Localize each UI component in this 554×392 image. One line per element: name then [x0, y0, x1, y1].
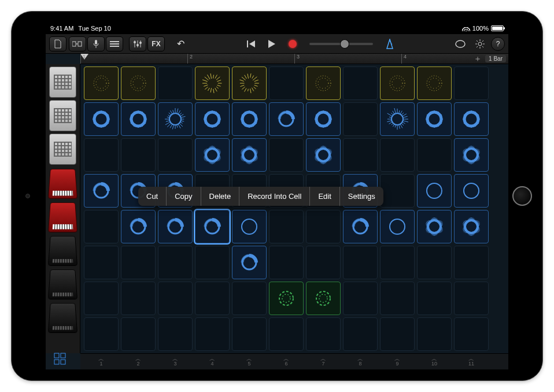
loop-cell-r1-c6[interactable]: [306, 102, 341, 136]
settings-button[interactable]: [471, 36, 489, 51]
loop-cell-r6-c5[interactable]: [269, 282, 304, 315]
column-trigger-2[interactable]: ︿2: [121, 354, 156, 369]
ctx-edit[interactable]: Edit: [310, 187, 339, 206]
loop-cell-r5-c8[interactable]: [380, 246, 415, 279]
master-volume-slider[interactable]: [309, 43, 373, 45]
loop-cell-r0-c4[interactable]: [232, 66, 267, 100]
track-header-drum-machine-1[interactable]: [49, 66, 76, 98]
loop-cell-r1-c0[interactable]: [84, 102, 119, 136]
ctx-record-into-cell[interactable]: Record Into Cell: [239, 187, 310, 206]
loop-cell-r5-c3[interactable]: [195, 246, 230, 279]
loop-cell-r4-c4[interactable]: [232, 210, 267, 243]
home-button[interactable]: [512, 186, 532, 206]
loop-cell-r5-c2[interactable]: [158, 246, 193, 279]
mixer-button[interactable]: [129, 36, 146, 51]
loop-cell-r6-c3[interactable]: [195, 282, 230, 315]
loop-cell-r0-c3[interactable]: [195, 66, 230, 100]
loop-cell-r5-c4[interactable]: [232, 246, 267, 279]
browser-button[interactable]: [69, 36, 86, 51]
loop-cell-r7-c4[interactable]: [232, 317, 267, 351]
track-header-keys-red-1[interactable]: [48, 169, 77, 199]
loop-cell-r6-c2[interactable]: [158, 282, 193, 315]
loop-browser-button[interactable]: [452, 36, 469, 51]
fx-button[interactable]: FX: [147, 36, 165, 51]
loop-cell-r2-c10[interactable]: [454, 138, 489, 172]
loop-cell-r5-c5[interactable]: [269, 246, 304, 279]
loop-cell-r6-c0[interactable]: [84, 282, 119, 315]
loop-cell-r1-c3[interactable]: [195, 102, 230, 136]
loop-cell-r2-c2[interactable]: [158, 138, 193, 172]
loop-cell-r7-c1[interactable]: [121, 317, 156, 351]
loop-cell-r0-c6[interactable]: [306, 66, 341, 100]
loop-cell-r4-c8[interactable]: [380, 210, 415, 243]
column-trigger-5[interactable]: ︿5: [232, 354, 267, 369]
help-button[interactable]: ?: [491, 37, 505, 51]
tracks-button[interactable]: [106, 36, 123, 51]
column-trigger-4[interactable]: ︿4: [195, 354, 230, 369]
column-trigger-10[interactable]: ︿10: [417, 354, 452, 369]
loop-cell-r2-c8[interactable]: [380, 138, 415, 172]
loop-cell-r4-c10[interactable]: [454, 210, 489, 243]
track-header-keys-dark-3[interactable]: [48, 303, 77, 333]
column-trigger-9[interactable]: ︿9: [380, 354, 415, 369]
loop-cell-r2-c1[interactable]: [121, 138, 156, 172]
loop-cell-r0-c8[interactable]: [380, 66, 415, 100]
loop-cell-r2-c6[interactable]: [306, 138, 341, 172]
loop-cell-r4-c1[interactable]: [121, 210, 156, 243]
ctx-cut[interactable]: Cut: [138, 187, 167, 206]
loop-cell-r4-c9[interactable]: [417, 210, 452, 243]
loop-cell-r5-c10[interactable]: [454, 246, 489, 279]
loop-cell-r0-c5[interactable]: [269, 66, 304, 100]
track-header-keys-dark-2[interactable]: [48, 269, 77, 299]
loop-cell-r7-c2[interactable]: [158, 317, 193, 351]
loop-cell-r4-c0[interactable]: [84, 210, 119, 243]
loop-cell-r4-c2[interactable]: [158, 210, 193, 243]
loop-cell-r3-c0[interactable]: [84, 174, 119, 208]
loop-cell-r1-c7[interactable]: [343, 102, 378, 136]
mic-button[interactable]: [87, 36, 105, 51]
loop-cell-r7-c8[interactable]: [380, 317, 415, 351]
ruler[interactable]: ＋ 1 Bar 1234: [80, 54, 508, 64]
loop-cell-r2-c4[interactable]: [232, 138, 267, 172]
loop-cell-r0-c1[interactable]: [121, 66, 156, 100]
loop-cell-r5-c7[interactable]: [343, 246, 378, 279]
play-button[interactable]: [263, 36, 280, 51]
loop-cell-r0-c9[interactable]: [417, 66, 452, 100]
loop-cell-r7-c7[interactable]: [343, 317, 378, 351]
metronome-button[interactable]: [381, 36, 398, 51]
loop-cell-r3-c9[interactable]: [417, 174, 452, 208]
column-trigger-7[interactable]: ︿7: [306, 354, 341, 369]
ctx-settings[interactable]: Settings: [340, 187, 383, 206]
loop-cell-r2-c9[interactable]: [417, 138, 452, 172]
loop-cell-r0-c0[interactable]: [84, 66, 119, 100]
loop-cell-r3-c10[interactable]: [454, 174, 489, 208]
loop-cell-r6-c4[interactable]: [232, 282, 267, 315]
loop-cell-r2-c7[interactable]: [343, 138, 378, 172]
loop-cell-r6-c6[interactable]: [306, 282, 341, 315]
loop-cell-r1-c2[interactable]: [158, 102, 193, 136]
loop-cell-r0-c2[interactable]: [158, 66, 193, 100]
track-header-drum-machine-3[interactable]: [49, 134, 76, 165]
undo-button[interactable]: ↶: [172, 36, 189, 51]
loop-cell-r5-c1[interactable]: [121, 246, 156, 279]
loop-cell-r7-c0[interactable]: [84, 317, 119, 351]
loop-cell-r5-c0[interactable]: [84, 246, 119, 279]
ctx-delete[interactable]: Delete: [201, 187, 240, 206]
loop-cell-r6-c9[interactable]: [417, 282, 452, 315]
loop-cell-r0-c10[interactable]: [454, 66, 489, 100]
loop-cell-r6-c10[interactable]: [454, 282, 489, 315]
loop-cell-r6-c8[interactable]: [380, 282, 415, 315]
loop-cell-r6-c7[interactable]: [343, 282, 378, 315]
loop-cell-r0-c7[interactable]: [343, 66, 378, 100]
go-to-start-button[interactable]: [242, 36, 260, 51]
ctx-copy[interactable]: Copy: [167, 187, 201, 206]
track-header-keys-red-2[interactable]: [48, 202, 77, 232]
loop-cell-r1-c10[interactable]: [454, 102, 489, 136]
loop-cell-r3-c8[interactable]: [380, 174, 415, 208]
loop-cell-r4-c7[interactable]: [343, 210, 378, 243]
loop-cell-r1-c5[interactable]: [269, 102, 304, 136]
track-header-keys-dark-1[interactable]: [48, 236, 77, 266]
bar-length-label[interactable]: 1 Bar: [485, 55, 506, 62]
loop-cell-r1-c8[interactable]: [380, 102, 415, 136]
loop-cell-r7-c10[interactable]: [454, 317, 489, 351]
